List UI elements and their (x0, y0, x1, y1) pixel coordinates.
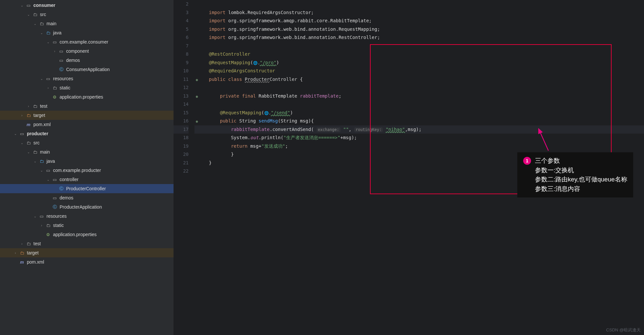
tree-item-producter[interactable]: ⌄▭producter (0, 129, 174, 138)
tree-item-static[interactable]: ›🗀static (0, 83, 174, 92)
chevron-down-icon[interactable]: ⌄ (39, 76, 44, 81)
chevron-down-icon[interactable]: ⌄ (20, 140, 24, 145)
chevron-right-icon[interactable]: › (26, 104, 31, 108)
tree-item-src[interactable]: ⌄🗀src (0, 10, 174, 19)
spring-bean-icon[interactable]: ◉ (196, 78, 198, 82)
line-number[interactable]: 12 (174, 84, 189, 92)
chevron-down-icon[interactable]: ⌄ (33, 214, 37, 218)
code-line[interactable]: rabbitTemplate.convertAndSend( exchange:… (202, 125, 644, 134)
chevron-down-icon[interactable]: ⌄ (20, 3, 24, 8)
line-number[interactable]: 5 (174, 25, 189, 34)
line-number[interactable]: 19 (174, 142, 189, 151)
tree-item-ProducterController[interactable]: ⒸProducterController (0, 184, 174, 193)
line-number[interactable]: 22 (174, 167, 189, 176)
folder-icon: 🗀 (52, 85, 58, 91)
code-line[interactable]: import org.springframework.web.bind.anno… (202, 25, 644, 34)
line-number[interactable]: 4 (174, 17, 189, 25)
line-number[interactable]: 2 (174, 0, 189, 9)
tree-item-ConsumerApplication[interactable]: ⒸConsumerApplication (0, 65, 174, 74)
chevron-right-icon[interactable]: › (13, 251, 18, 255)
line-number[interactable]: 3 (174, 9, 189, 17)
code-line[interactable]: import org.springframework.amqp.rabbit.c… (202, 17, 644, 25)
chevron-down-icon[interactable]: ⌄ (46, 177, 50, 182)
tree-item-label: pom.xml (33, 122, 51, 127)
tree-item-src[interactable]: ⌄🗀src (0, 138, 174, 147)
line-number[interactable]: 16 (174, 117, 189, 125)
code-line[interactable]: @RequestMapping(🌐⌄"/pro") (202, 59, 644, 67)
tree-item-main[interactable]: ⌄🗀main (0, 19, 174, 28)
tree-item-application-properties[interactable]: ⚙application.properties (0, 92, 174, 102)
tree-item-java[interactable]: ⌄🗀java (0, 157, 174, 166)
line-number[interactable]: 6 (174, 33, 189, 42)
line-number[interactable]: 18 (174, 134, 189, 142)
line-number[interactable]: 14 (174, 100, 189, 109)
line-number[interactable]: 8 (174, 50, 189, 59)
tree-item-pom-xml[interactable]: mpom.xml (0, 120, 174, 129)
code-line[interactable] (202, 42, 644, 50)
tree-item-com-example-producter[interactable]: ⌄▭com.example.producter (0, 166, 174, 175)
code-line[interactable]: @RequiredArgsConstructor (202, 67, 644, 75)
chevron-down-icon[interactable]: ⌄ (39, 30, 44, 35)
chevron-down-icon[interactable]: ⌄ (13, 131, 18, 136)
spring-bean-icon[interactable]: ◉ (196, 94, 198, 99)
code-line[interactable]: public class ProducterController { (202, 75, 644, 84)
chevron-down-icon[interactable]: ⌄ (46, 40, 50, 44)
code-line[interactable]: import lombok.RequiredArgsConstructor; (202, 9, 644, 17)
chevron-right-icon[interactable]: › (20, 241, 24, 246)
chevron-down-icon[interactable]: ⌄ (26, 12, 31, 17)
chevron-down-icon[interactable]: ⌄ (33, 21, 37, 26)
code-line[interactable]: public String sendMsg(String msg){ (202, 117, 644, 125)
tree-item-target[interactable]: ›🗀target (0, 111, 174, 120)
line-number[interactable]: 15 (174, 109, 189, 117)
tree-item-test[interactable]: ›🗀test (0, 239, 174, 248)
line-number[interactable]: 17 (174, 125, 189, 134)
line-number[interactable]: 7 (174, 42, 189, 50)
code-line[interactable]: @RestController (202, 50, 644, 59)
chevron-right-icon[interactable]: › (52, 49, 57, 53)
tree-item-static[interactable]: ›🗀static (0, 221, 174, 230)
tree-item-demos[interactable]: ▭demos (0, 193, 174, 202)
chevron-down-icon[interactable]: ⌄ (33, 159, 37, 163)
tree-item-demos[interactable]: ▭demos (0, 56, 174, 65)
line-number[interactable]: 21 (174, 159, 189, 167)
spring-bean-icon[interactable]: ◉ (196, 119, 198, 123)
tree-item-test[interactable]: ›🗀test (0, 102, 174, 111)
chevron-right-icon[interactable]: › (39, 223, 44, 228)
code-line[interactable]: @RequestMapping(🌐⌄"/send") (202, 109, 644, 117)
tree-item-application-properties[interactable]: ⚙application.properties (0, 230, 174, 239)
code-line[interactable]: import org.springframework.web.bind.anno… (202, 33, 644, 42)
chevron-right-icon[interactable]: › (46, 85, 50, 90)
code-line[interactable] (202, 100, 644, 109)
code-line[interactable]: private final RabbitTemplate rabbitTempl… (202, 92, 644, 101)
line-number[interactable]: 10 (174, 67, 189, 75)
line-number[interactable]: 20 (174, 150, 189, 159)
tree-item-consumer[interactable]: ⌄▭consumer (0, 1, 174, 10)
chevron-down-icon[interactable]: ⌄ (39, 168, 44, 173)
tree-item-ProducterApplication[interactable]: ⒸProducterApplication (0, 202, 174, 212)
line-number[interactable]: 11 (174, 75, 189, 84)
line-number[interactable]: 9 (174, 59, 189, 67)
code-line[interactable] (202, 84, 644, 92)
chevron-down-icon[interactable]: ⌄ (26, 150, 31, 154)
tree-item-com-example-consumer[interactable]: ⌄▭com.example.consumer (0, 37, 174, 47)
code-line[interactable] (202, 0, 644, 9)
tree-item-component[interactable]: ›▭component (0, 47, 174, 56)
tree-item-label: static (60, 85, 70, 90)
class-icon: Ⓒ (52, 204, 58, 210)
tree-item-java[interactable]: ⌄🗀java (0, 28, 174, 37)
module-icon: ▭ (19, 131, 25, 137)
code-editor[interactable]: 2345678910111213141516171819202122 ◉◉◉ i… (174, 0, 644, 335)
line-number[interactable]: 13 (174, 92, 189, 101)
code-line[interactable]: return msg+"发送成功"; (202, 142, 644, 151)
tree-item-target[interactable]: ›🗀target (0, 248, 174, 257)
tree-item-pom-xml[interactable]: mpom.xml (0, 257, 174, 267)
code-line[interactable]: System.out.println("生产者发送消息======>"+msg)… (202, 134, 644, 142)
project-tree-panel[interactable]: ⌄▭consumer⌄🗀src⌄🗀main⌄🗀java⌄▭com.example… (0, 0, 174, 335)
tree-item-controller[interactable]: ⌄▭controller (0, 175, 174, 184)
package-icon: ▭ (58, 57, 64, 63)
tree-item-main[interactable]: ⌄🗀main (0, 147, 174, 157)
chevron-right-icon[interactable]: › (20, 113, 24, 118)
folder-tgt-icon: 🗀 (26, 112, 31, 118)
tree-item-resources[interactable]: ⌄▭resources (0, 212, 174, 221)
tree-item-resources[interactable]: ⌄▭resources (0, 74, 174, 83)
